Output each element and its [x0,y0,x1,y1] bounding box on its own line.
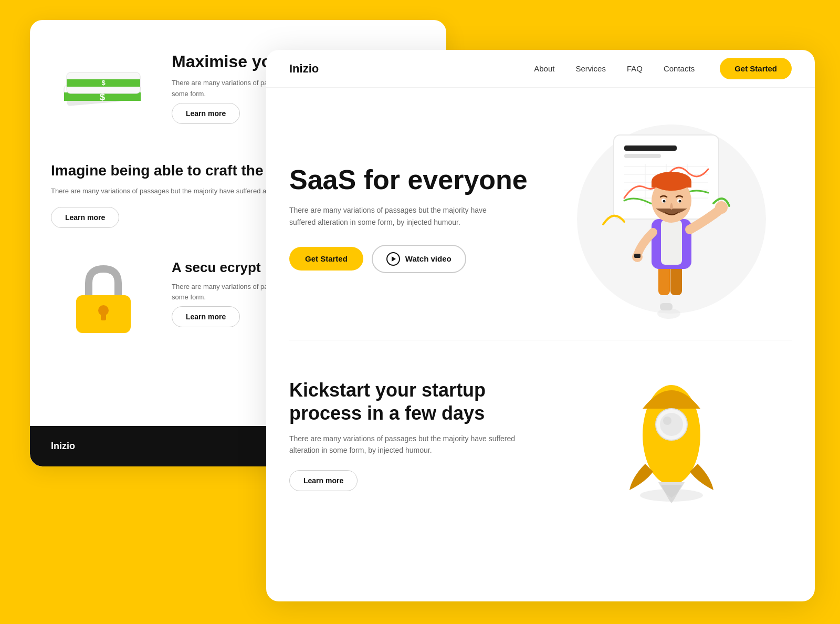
lock-svg [61,254,145,338]
svg-rect-28 [661,220,682,265]
rocket-illustration [551,367,792,503]
nav-link-faq[interactable]: FAQ [627,64,643,73]
kickstart-section: Kickstart your startup process in a few … [266,340,815,529]
hero-content: SaaS for everyone There are many variati… [289,165,530,273]
svg-point-39 [678,200,681,203]
kickstart-description: There are many variations of passages bu… [289,433,530,456]
nav-link-contacts[interactable]: Contacts [664,64,695,73]
svg-rect-12 [624,145,677,151]
watch-video-label: Watch video [405,254,452,263]
hero-get-started-button[interactable]: Get Started [289,247,363,271]
kickstart-learn-more-button[interactable]: Learn more [289,470,358,491]
nav-get-started-button[interactable]: Get Started [720,58,792,79]
svg-text:$: $ [101,79,106,87]
kickstart-content: Kickstart your startup process in a few … [289,379,530,491]
svg-point-43 [660,413,683,436]
hero-description: There are many variations of passages bu… [289,204,489,228]
hero-section: SaaS for everyone There are many variati… [266,88,815,340]
svg-rect-24 [660,303,673,310]
card-right: Inizio About Services FAQ Contacts Get S… [266,50,815,601]
footer-logo: Inizio [51,441,75,452]
play-circle-icon [386,252,400,266]
nav-links: About Services FAQ Contacts [534,64,695,74]
play-triangle-icon [392,256,396,262]
svg-point-29 [715,201,728,214]
watch-video-button[interactable]: Watch video [372,245,466,273]
learn-more-button-2[interactable]: Learn more [51,207,119,228]
svg-rect-13 [624,154,661,158]
navigation: Inizio About Services FAQ Contacts Get S… [266,50,815,88]
nav-link-services[interactable]: Services [575,64,606,73]
money-illustration: $ $ [51,46,156,130]
svg-point-38 [663,200,665,203]
learn-more-button-1[interactable]: Learn more [172,103,240,124]
lock-illustration [51,254,156,338]
svg-rect-35 [652,181,691,188]
outer-wrapper: $ $ Maximise your revenue startir There … [0,0,840,624]
money-stack-svg: $ $ [56,46,151,130]
hero-illustration [551,119,792,319]
svg-point-44 [663,417,671,425]
character-svg [582,119,761,319]
kickstart-title: Kickstart your startup process in a few … [289,379,530,424]
rocket-svg [598,367,745,503]
svg-rect-31 [634,254,640,258]
nav-logo: Inizio [289,62,534,76]
hero-actions: Get Started Watch video [289,245,530,273]
learn-more-button-3[interactable]: Learn more [172,306,240,327]
nav-link-about[interactable]: About [534,64,554,73]
hero-title: SaaS for everyone [289,165,530,195]
svg-rect-10 [101,312,106,320]
